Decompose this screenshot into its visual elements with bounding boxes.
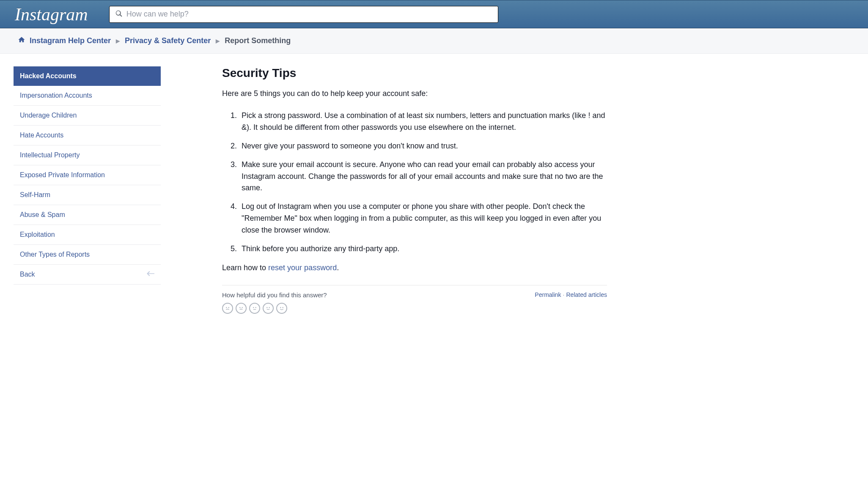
sidebar-item-exploitation[interactable]: Exploitation <box>14 225 161 245</box>
related-articles-link[interactable]: Related articles <box>566 291 607 298</box>
sidebar-item-label: Underage Children <box>20 112 77 119</box>
site-header: Instagram <box>0 0 868 28</box>
sidebar-item-impersonation[interactable]: Impersonation Accounts <box>14 86 161 106</box>
search-box[interactable] <box>109 6 498 23</box>
article-meta-links: Permalink·Related articles <box>535 291 607 298</box>
tip-item: Think before you authorize any third-par… <box>239 243 607 255</box>
sidebar-item-intellectual-property[interactable]: Intellectual Property <box>14 145 161 165</box>
svg-point-9 <box>283 307 283 308</box>
face-neutral-icon[interactable] <box>249 303 260 314</box>
tip-item: Pick a strong password. Use a combinatio… <box>239 110 607 134</box>
separator-dot: · <box>563 291 565 298</box>
sidebar-item-label: Other Types of Reports <box>20 251 90 258</box>
sidebar-item-underage[interactable]: Underage Children <box>14 106 161 126</box>
home-icon[interactable] <box>18 36 30 46</box>
sidebar-item-label: Hacked Accounts <box>20 72 77 80</box>
learn-prefix: Learn how to <box>222 263 268 272</box>
back-arrow-icon <box>147 271 154 278</box>
tip-item: Log out of Instagram when you use a comp… <box>239 201 607 236</box>
chevron-right-icon: ▶ <box>216 38 220 44</box>
svg-point-4 <box>253 307 254 308</box>
reset-password-link[interactable]: reset your password <box>268 263 337 272</box>
learn-suffix: . <box>337 263 339 272</box>
sidebar-item-label: Exploitation <box>20 231 55 238</box>
breadcrumb: Instagram Help Center ▶ Privacy & Safety… <box>0 28 868 54</box>
breadcrumb-link-privacy-safety[interactable]: Privacy & Safety Center <box>125 36 211 45</box>
chevron-right-icon: ▶ <box>116 38 120 44</box>
article-tips-list: Pick a strong password. Use a combinatio… <box>239 110 607 255</box>
face-unhappy-icon[interactable] <box>236 303 247 314</box>
permalink-link[interactable]: Permalink <box>535 291 561 298</box>
breadcrumb-current: Report Something <box>225 36 291 45</box>
svg-point-3 <box>242 307 242 308</box>
sidebar-item-label: Exposed Private Information <box>20 171 105 179</box>
face-very-unhappy-icon[interactable] <box>222 303 233 314</box>
sidebar-item-label: Intellectual Property <box>20 151 80 159</box>
tip-item: Make sure your email account is secure. … <box>239 159 607 195</box>
sidebar-item-hacked-accounts[interactable]: Hacked Accounts <box>14 66 161 86</box>
sidebar-item-label: Self-Harm <box>20 191 50 199</box>
article: Security Tips Here are 5 things you can … <box>173 66 622 314</box>
feedback-faces <box>222 303 327 314</box>
search-input[interactable] <box>126 6 492 22</box>
learn-line: Learn how to reset your password. <box>222 263 607 272</box>
sidebar-item-label: Back <box>20 271 35 278</box>
article-title: Security Tips <box>222 66 607 80</box>
sidebar-item-exposed-private-info[interactable]: Exposed Private Information <box>14 165 161 185</box>
divider <box>222 285 607 285</box>
tip-item: Never give your password to someone you … <box>239 140 607 152</box>
svg-point-2 <box>240 307 240 308</box>
svg-point-1 <box>228 307 229 308</box>
sidebar: Hacked Accounts Impersonation Accounts U… <box>0 66 173 314</box>
svg-point-6 <box>267 307 267 308</box>
breadcrumb-link-help-center[interactable]: Instagram Help Center <box>30 36 111 45</box>
face-happy-icon[interactable] <box>263 303 274 314</box>
feedback-question: How helpful did you find this answer? <box>222 291 327 299</box>
feedback-left: How helpful did you find this answer? <box>222 291 327 314</box>
sidebar-item-label: Impersonation Accounts <box>20 92 92 99</box>
sidebar-item-hate-accounts[interactable]: Hate Accounts <box>14 126 161 145</box>
svg-point-7 <box>269 307 269 308</box>
sidebar-item-other-reports[interactable]: Other Types of Reports <box>14 245 161 265</box>
search-icon <box>115 10 126 18</box>
page-body: Hacked Accounts Impersonation Accounts U… <box>0 54 868 331</box>
logo-instagram[interactable]: Instagram <box>15 4 88 25</box>
face-very-happy-icon[interactable] <box>276 303 287 314</box>
sidebar-item-label: Hate Accounts <box>20 132 63 139</box>
svg-point-8 <box>280 307 281 308</box>
svg-point-5 <box>255 307 256 308</box>
sidebar-item-back[interactable]: Back <box>14 265 161 285</box>
sidebar-item-label: Abuse & Spam <box>20 211 65 219</box>
article-intro: Here are 5 things you can do to help kee… <box>222 89 607 98</box>
svg-point-0 <box>226 307 227 308</box>
sidebar-item-abuse-spam[interactable]: Abuse & Spam <box>14 205 161 225</box>
feedback-section: How helpful did you find this answer? Pe… <box>222 291 607 314</box>
sidebar-item-self-harm[interactable]: Self-Harm <box>14 185 161 205</box>
